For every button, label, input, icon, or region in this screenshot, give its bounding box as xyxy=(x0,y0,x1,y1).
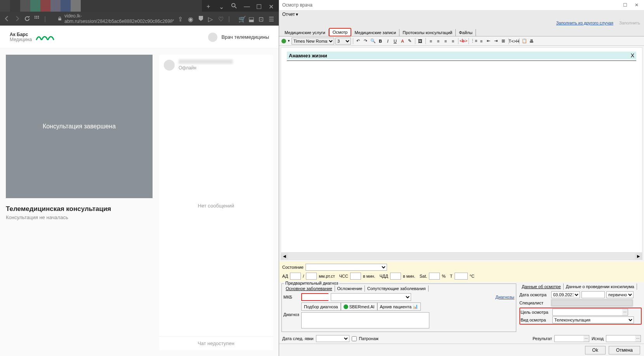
tab-files[interactable]: Файлы xyxy=(456,29,476,36)
ok-button[interactable]: Ok xyxy=(585,346,606,354)
diag-tab-main[interactable]: Основное заболевание xyxy=(283,285,335,292)
lookup-icon[interactable]: … xyxy=(622,309,628,315)
scroll-right-icon[interactable]: ▶ xyxy=(635,253,642,259)
shield-icon[interactable]: ⛊ xyxy=(198,16,204,22)
cancel-button[interactable]: Отмена xyxy=(609,346,640,354)
lookup-icon[interactable]: … xyxy=(583,335,589,342)
play-icon[interactable]: ▷ xyxy=(208,16,214,22)
minimize-icon[interactable]: — xyxy=(244,3,249,9)
next-visit-select[interactable] xyxy=(316,335,349,342)
outdent-icon[interactable]: ⇤ xyxy=(486,38,492,44)
divider xyxy=(287,60,636,61)
search-icon[interactable] xyxy=(231,3,237,9)
indent-icon[interactable]: ⇥ xyxy=(493,38,499,44)
win-close-icon[interactable]: ✕ xyxy=(632,2,641,9)
url-field[interactable]: video.lk-abm.ru/session/2842/b5ac6e8882e… xyxy=(54,14,174,23)
sat-input[interactable] xyxy=(429,273,440,280)
consilium-tab[interactable]: Данные о проведении консилиума xyxy=(564,283,637,290)
specialist-field-blurred[interactable] xyxy=(551,299,633,306)
font-color-icon[interactable]: A xyxy=(399,38,406,44)
editor-area[interactable]: Анамнез жизни X ◀ ▶ xyxy=(281,47,642,260)
list-number-icon[interactable]: ≡ xyxy=(478,38,484,44)
chdd-input[interactable] xyxy=(390,273,401,280)
table-icon[interactable]: ⊞ xyxy=(500,38,507,44)
patronage-checkbox[interactable] xyxy=(352,336,357,341)
pick-diagnosis-button[interactable]: Подбор диагноза xyxy=(301,302,341,311)
reload-icon[interactable] xyxy=(24,16,30,22)
diag-tab-accomp[interactable]: Сопутствующие заболевания xyxy=(365,285,429,292)
section-close-icon[interactable]: X xyxy=(631,52,634,59)
diag-tab-compl[interactable]: Осложнение xyxy=(335,285,365,292)
exam-time-input[interactable] xyxy=(582,291,605,298)
horizontal-scrollbar[interactable]: ◀ ▶ xyxy=(281,252,642,259)
archive-button[interactable]: Архив пациента📊 xyxy=(377,302,421,311)
bold-icon[interactable]: B xyxy=(377,38,384,44)
forward-icon[interactable] xyxy=(14,16,20,22)
outcome-field[interactable]: … xyxy=(606,335,641,342)
ad-sys-input[interactable] xyxy=(290,273,301,280)
chss-input[interactable] xyxy=(350,273,361,280)
image-icon[interactable]: 🖼 xyxy=(417,38,424,44)
exam-data-tab[interactable]: Данные об осмотре xyxy=(519,283,564,290)
ad-dia-input[interactable] xyxy=(306,273,317,280)
tab-exam[interactable]: Осмотр xyxy=(329,28,352,36)
undo-icon[interactable]: ↶ xyxy=(355,38,361,44)
exam-date-select[interactable]: 03.09.2021 xyxy=(551,291,580,298)
mkb-field[interactable]: … xyxy=(301,293,328,301)
cart-icon[interactable]: 🛒 xyxy=(238,16,245,22)
diagnoses-link[interactable]: Диагнозы xyxy=(495,295,514,299)
underline-icon[interactable]: U xyxy=(392,38,398,44)
mkb-dropdown[interactable] xyxy=(331,293,411,301)
fontsize-select[interactable]: 3 xyxy=(335,38,351,45)
apps-icon[interactable] xyxy=(34,16,40,22)
chevron-down-icon[interactable]: ▼ xyxy=(287,39,290,43)
font-select[interactable]: Times New Roman xyxy=(292,38,334,45)
browser-tabs[interactable] xyxy=(0,0,202,12)
share-icon[interactable]: ⇪ xyxy=(178,16,184,22)
align-left-icon[interactable]: ≡ xyxy=(428,38,434,44)
tab-protocols[interactable]: Протоколы консультаций xyxy=(399,29,456,36)
status-dot-icon[interactable] xyxy=(281,39,286,43)
exam-type-select[interactable]: Телеконсультация xyxy=(552,316,634,323)
extensions-icon[interactable]: ⊡ xyxy=(259,16,265,22)
print-icon[interactable]: 🖶 xyxy=(529,38,535,44)
back-icon[interactable] xyxy=(4,16,10,22)
result-field[interactable]: … xyxy=(554,335,589,342)
win-maximize-icon[interactable]: ☐ xyxy=(621,2,629,9)
binoculars-icon[interactable]: 🔍 xyxy=(370,38,376,44)
exam-goal-field[interactable]: … xyxy=(552,309,628,316)
highlight-icon[interactable]: ✎ xyxy=(407,38,413,44)
state-select[interactable] xyxy=(306,264,387,271)
download-icon[interactable]: ⬓ xyxy=(248,16,255,22)
heart-icon[interactable]: ♡ xyxy=(218,16,224,22)
sbermed-button[interactable]: SBERmed.AI xyxy=(341,302,377,311)
list-bullet-icon[interactable]: ⋮≡ xyxy=(471,38,477,44)
exam-primary-select[interactable]: первичное xyxy=(606,291,634,298)
strike-icon[interactable]: <b̶> xyxy=(460,38,467,44)
dropdown-icon[interactable]: ⌄ xyxy=(219,3,224,9)
lookup-icon[interactable]: … xyxy=(635,335,641,342)
camera-icon[interactable]: ◉ xyxy=(188,16,194,22)
italic-icon[interactable]: I xyxy=(385,38,391,44)
align-center-icon[interactable]: ≡ xyxy=(435,38,441,44)
close-icon[interactable]: ✕ xyxy=(269,3,274,9)
scroll-left-icon[interactable]: ◀ xyxy=(281,253,288,259)
logo[interactable]: Ак Барс Медицина xyxy=(10,32,55,42)
t-input[interactable] xyxy=(455,273,468,280)
new-tab-icon[interactable]: + xyxy=(207,3,212,9)
section-title: Анамнез жизни xyxy=(289,53,327,59)
tab-med-records[interactable]: Медицинские записи xyxy=(351,29,399,36)
text-tool-icon[interactable]: T<>H xyxy=(511,38,517,44)
menu-icon[interactable]: ☰ xyxy=(269,16,275,22)
maximize-icon[interactable]: ☐ xyxy=(256,3,262,9)
user-badge[interactable]: Врач телемедицины xyxy=(208,33,269,42)
svg-rect-5 xyxy=(35,17,36,19)
redo-icon[interactable]: ↷ xyxy=(363,38,369,44)
tab-med-services[interactable]: Медицинские услуги xyxy=(281,29,329,36)
fill-from-link[interactable]: Заполнить из другого случая xyxy=(556,21,613,25)
diagnosis-textarea[interactable] xyxy=(301,312,429,328)
align-right-icon[interactable]: ≡ xyxy=(443,38,449,44)
paste-icon[interactable]: 📋 xyxy=(521,38,528,44)
report-menu[interactable]: Отчет ▾ xyxy=(282,12,298,17)
align-justify-icon[interactable]: ≡ xyxy=(450,38,456,44)
